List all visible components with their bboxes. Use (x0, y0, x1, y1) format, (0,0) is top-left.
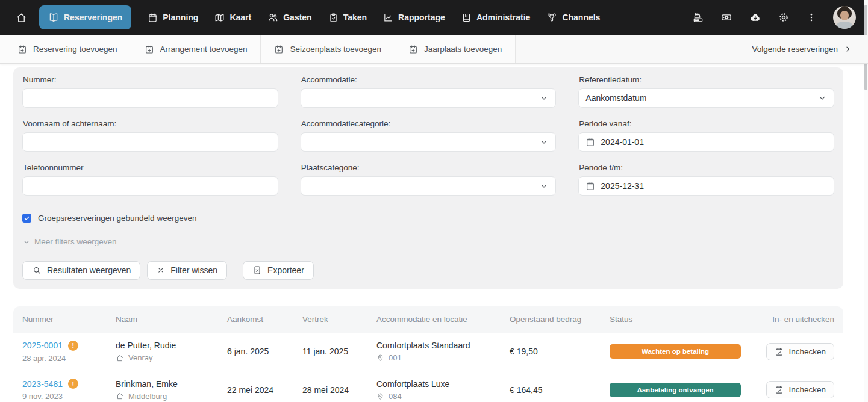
close-icon (157, 266, 165, 274)
calendar-icon (148, 13, 158, 23)
guest-city: Venray (128, 353, 152, 362)
filter-actions: Resultaten weergeven Filter wissen Expor… (22, 261, 834, 280)
overflow-menu-button[interactable] (806, 12, 817, 23)
naam-input[interactable] (22, 132, 278, 152)
filter-panel: Nummer: Accommodatie: Referentiedatum: A… (13, 67, 843, 289)
nummer-input[interactable] (22, 88, 278, 108)
export-button[interactable]: Exporteer (243, 261, 314, 280)
add-arrangement-button[interactable]: Arrangement toevoegen (131, 35, 261, 63)
cloud-download-icon (749, 11, 761, 24)
cell-name: de Putter, Rudie Venray (116, 341, 227, 362)
show-results-label: Resultaten weergeven (47, 265, 131, 275)
header-naam: Naam (116, 315, 227, 324)
cell-amount: € 164,45 (510, 385, 610, 395)
filter-grid: Nummer: Accommodatie: Referentiedatum: A… (22, 75, 834, 196)
periode-tm-label: Periode t/m: (579, 163, 834, 172)
clear-filter-button[interactable]: Filter wissen (147, 261, 227, 280)
nav-item-kaart[interactable]: Kaart (214, 13, 251, 23)
more-filters-toggle[interactable]: Meer filters weergeven (22, 237, 117, 246)
next-reservations-label: Volgende reserveringen (752, 45, 838, 54)
nav-item-reserveringen[interactable]: Reserveringen (39, 5, 131, 29)
status-badge: Aanbetaling ontvangen (610, 383, 741, 397)
search-icon (32, 265, 42, 275)
header-vertrek: Vertrek (302, 315, 376, 324)
cash-register-button[interactable] (692, 11, 704, 23)
periode-tm-date-input[interactable]: 2025-12-31 (578, 176, 834, 196)
header-aankomst: Aankomst (227, 315, 302, 324)
cell-amount: € 19,50 (510, 347, 610, 356)
check-icon (23, 215, 30, 221)
reservation-number-link[interactable]: 2023-5481 (22, 379, 63, 389)
checkin-label: Inchecken (788, 385, 826, 394)
referentiedatum-select[interactable]: Aankomstdatum (578, 88, 834, 108)
nav-item-label: Administratie (476, 13, 530, 22)
add-seasonal-pitch-button[interactable]: Seizoenplaats toevoegen (261, 35, 395, 63)
nav-item-gasten[interactable]: Gasten (267, 12, 311, 23)
home-button[interactable] (12, 7, 31, 28)
warning-icon: ! (68, 379, 78, 389)
naam-label: Voornaam of achternaam: (23, 119, 278, 128)
home-icon (116, 354, 124, 362)
cell-accommodation: Comfortplaats Luxe 084 (376, 379, 510, 401)
nav-item-taken[interactable]: Taken (328, 13, 367, 23)
plaatscategorie-select[interactable] (301, 176, 557, 196)
home-icon (116, 392, 124, 400)
show-results-button[interactable]: Resultaten weergeven (22, 261, 140, 280)
booking-date: 9 nov. 2023 (22, 392, 116, 401)
chart-line-icon (383, 13, 393, 23)
field-telefoonnummer: Telefoonnummer (22, 163, 278, 196)
nav-item-label: Planning (163, 13, 198, 22)
nummer-label: Nummer: (23, 75, 278, 84)
cell-name: Brinkman, Emke Middelburg (116, 379, 227, 401)
nav-item-planning[interactable]: Planning (148, 13, 198, 23)
add-arrangement-label: Arrangement toevoegen (160, 45, 248, 54)
add-yearly-pitch-label: Jaarplaats toevoegen (424, 45, 502, 54)
reservation-number-link[interactable]: 2025-0001 (22, 341, 63, 350)
add-reservation-button[interactable]: Reservering toevoegen (0, 35, 131, 63)
calendar-plus-icon (145, 45, 154, 54)
user-avatar[interactable] (833, 6, 856, 29)
cash-register-icon (692, 11, 704, 23)
checkin-button[interactable]: Inchecken (766, 343, 834, 360)
next-reservations-link[interactable]: Volgende reserveringen (752, 35, 868, 63)
calendar-icon (585, 137, 595, 147)
header-inchecken: In- en uitchecken (772, 315, 834, 324)
calendar-plus-icon (17, 45, 27, 54)
group-reservations-checkbox[interactable] (22, 214, 31, 223)
calendar-icon (585, 181, 595, 191)
cell-accommodation: Comfortplaats Standaard 001 (376, 341, 510, 362)
nav-item-rapportage[interactable]: Rapportage (383, 13, 445, 23)
file-export-icon (252, 265, 262, 275)
payments-button[interactable] (720, 11, 732, 23)
accommodatie-select[interactable] (301, 88, 557, 108)
add-yearly-pitch-button[interactable]: Jaarplaats toevoegen (395, 35, 516, 63)
periode-vanaf-date-input[interactable]: 2024-01-01 (578, 132, 834, 152)
field-plaatscategorie: Plaatscategorie: (301, 163, 557, 196)
plaatscategorie-label: Plaatscategorie: (301, 163, 557, 172)
accommodatiecategorie-label: Accommodatiecategorie: (301, 119, 557, 128)
top-navigation-bar: Reserveringen Planning Kaart Gasten Take… (0, 0, 868, 35)
chevron-down-icon (539, 93, 549, 103)
location-pin-icon (376, 392, 384, 400)
telefoonnummer-input[interactable] (22, 176, 278, 196)
cloud-download-button[interactable] (749, 11, 761, 24)
more-filters-label: Meer filters weergeven (34, 237, 117, 246)
telefoonnummer-label: Telefoonnummer (23, 163, 278, 172)
accommodatiecategorie-select[interactable] (301, 132, 557, 152)
primary-nav: Reserveringen Planning Kaart Gasten Take… (39, 5, 600, 29)
table-row: 2025-0001 ! 28 apr. 2024 de Putter, Rudi… (13, 333, 843, 371)
accommodation-name: Comfortplaats Luxe (376, 379, 510, 389)
chevron-right-icon (843, 45, 852, 54)
cell-status: Wachten op betaling (610, 344, 758, 359)
nav-item-channels[interactable]: Channels (546, 12, 600, 23)
checkin-button[interactable]: Inchecken (766, 381, 834, 398)
nav-right-icons (692, 6, 856, 29)
nav-item-label: Gasten (283, 13, 311, 22)
home-icon (16, 12, 27, 23)
book-open-icon (48, 12, 59, 23)
nav-item-label: Taken (343, 13, 367, 22)
warning-icon: ! (68, 341, 78, 351)
settings-button[interactable] (778, 11, 790, 23)
avatar-face (840, 11, 849, 20)
nav-item-administratie[interactable]: Administratie (461, 13, 530, 23)
